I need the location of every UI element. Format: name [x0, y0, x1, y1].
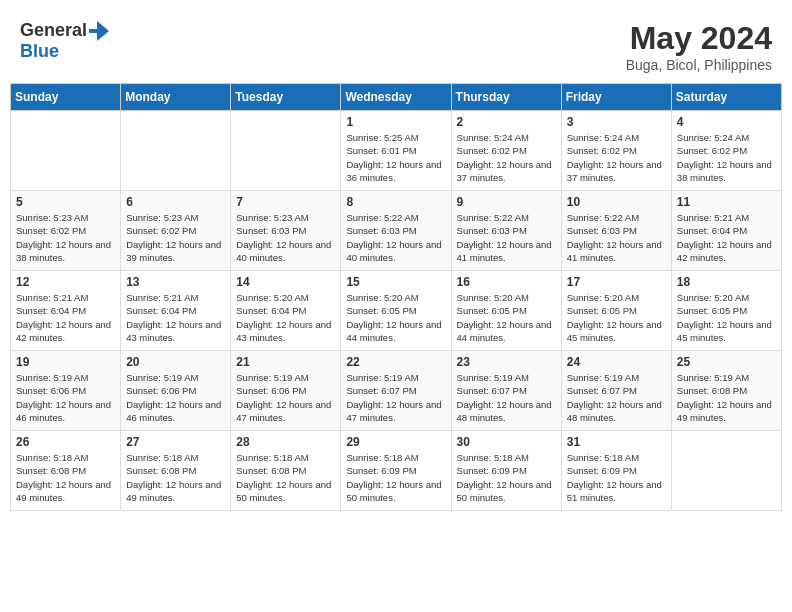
calendar-week-row: 19 Sunrise: 5:19 AM Sunset: 6:06 PM Dayl… — [11, 351, 782, 431]
weekday-header: Monday — [121, 84, 231, 111]
day-info: Sunrise: 5:23 AM Sunset: 6:03 PM Dayligh… — [236, 211, 335, 264]
calendar-cell: 12 Sunrise: 5:21 AM Sunset: 6:04 PM Dayl… — [11, 271, 121, 351]
day-number: 27 — [126, 435, 225, 449]
day-number: 5 — [16, 195, 115, 209]
day-number: 1 — [346, 115, 445, 129]
day-number: 30 — [457, 435, 556, 449]
calendar-cell: 4 Sunrise: 5:24 AM Sunset: 6:02 PM Dayli… — [671, 111, 781, 191]
location-subtitle: Buga, Bicol, Philippines — [626, 57, 772, 73]
month-year-title: May 2024 — [626, 20, 772, 57]
day-info: Sunrise: 5:19 AM Sunset: 6:08 PM Dayligh… — [677, 371, 776, 424]
calendar-cell: 2 Sunrise: 5:24 AM Sunset: 6:02 PM Dayli… — [451, 111, 561, 191]
day-info: Sunrise: 5:23 AM Sunset: 6:02 PM Dayligh… — [16, 211, 115, 264]
day-info: Sunrise: 5:21 AM Sunset: 6:04 PM Dayligh… — [16, 291, 115, 344]
calendar-week-row: 26 Sunrise: 5:18 AM Sunset: 6:08 PM Dayl… — [11, 431, 782, 511]
calendar-cell: 3 Sunrise: 5:24 AM Sunset: 6:02 PM Dayli… — [561, 111, 671, 191]
calendar-table: SundayMondayTuesdayWednesdayThursdayFrid… — [10, 83, 782, 511]
calendar-cell: 31 Sunrise: 5:18 AM Sunset: 6:09 PM Dayl… — [561, 431, 671, 511]
day-number: 24 — [567, 355, 666, 369]
calendar-week-row: 12 Sunrise: 5:21 AM Sunset: 6:04 PM Dayl… — [11, 271, 782, 351]
calendar-cell: 13 Sunrise: 5:21 AM Sunset: 6:04 PM Dayl… — [121, 271, 231, 351]
day-info: Sunrise: 5:19 AM Sunset: 6:07 PM Dayligh… — [346, 371, 445, 424]
calendar-cell: 8 Sunrise: 5:22 AM Sunset: 6:03 PM Dayli… — [341, 191, 451, 271]
day-number: 26 — [16, 435, 115, 449]
calendar-week-row: 1 Sunrise: 5:25 AM Sunset: 6:01 PM Dayli… — [11, 111, 782, 191]
calendar-cell: 16 Sunrise: 5:20 AM Sunset: 6:05 PM Dayl… — [451, 271, 561, 351]
calendar-cell — [231, 111, 341, 191]
day-info: Sunrise: 5:21 AM Sunset: 6:04 PM Dayligh… — [677, 211, 776, 264]
logo-blue-text: Blue — [20, 41, 59, 62]
day-number: 15 — [346, 275, 445, 289]
day-number: 20 — [126, 355, 225, 369]
day-info: Sunrise: 5:18 AM Sunset: 6:08 PM Dayligh… — [236, 451, 335, 504]
calendar-cell: 30 Sunrise: 5:18 AM Sunset: 6:09 PM Dayl… — [451, 431, 561, 511]
day-info: Sunrise: 5:24 AM Sunset: 6:02 PM Dayligh… — [457, 131, 556, 184]
calendar-cell: 24 Sunrise: 5:19 AM Sunset: 6:07 PM Dayl… — [561, 351, 671, 431]
calendar-cell: 5 Sunrise: 5:23 AM Sunset: 6:02 PM Dayli… — [11, 191, 121, 271]
day-number: 23 — [457, 355, 556, 369]
calendar-cell: 29 Sunrise: 5:18 AM Sunset: 6:09 PM Dayl… — [341, 431, 451, 511]
day-info: Sunrise: 5:22 AM Sunset: 6:03 PM Dayligh… — [457, 211, 556, 264]
day-number: 28 — [236, 435, 335, 449]
calendar-cell: 20 Sunrise: 5:19 AM Sunset: 6:06 PM Dayl… — [121, 351, 231, 431]
calendar-cell — [121, 111, 231, 191]
logo-general-text: General — [20, 20, 87, 41]
day-info: Sunrise: 5:18 AM Sunset: 6:09 PM Dayligh… — [346, 451, 445, 504]
day-number: 6 — [126, 195, 225, 209]
day-number: 10 — [567, 195, 666, 209]
calendar-cell: 19 Sunrise: 5:19 AM Sunset: 6:06 PM Dayl… — [11, 351, 121, 431]
calendar-cell: 6 Sunrise: 5:23 AM Sunset: 6:02 PM Dayli… — [121, 191, 231, 271]
calendar-cell: 18 Sunrise: 5:20 AM Sunset: 6:05 PM Dayl… — [671, 271, 781, 351]
logo: General Blue — [20, 20, 109, 62]
calendar-cell: 1 Sunrise: 5:25 AM Sunset: 6:01 PM Dayli… — [341, 111, 451, 191]
weekday-header: Saturday — [671, 84, 781, 111]
day-number: 17 — [567, 275, 666, 289]
calendar-cell: 14 Sunrise: 5:20 AM Sunset: 6:04 PM Dayl… — [231, 271, 341, 351]
day-info: Sunrise: 5:23 AM Sunset: 6:02 PM Dayligh… — [126, 211, 225, 264]
day-number: 9 — [457, 195, 556, 209]
day-number: 19 — [16, 355, 115, 369]
day-number: 25 — [677, 355, 776, 369]
calendar-cell: 23 Sunrise: 5:19 AM Sunset: 6:07 PM Dayl… — [451, 351, 561, 431]
day-info: Sunrise: 5:18 AM Sunset: 6:08 PM Dayligh… — [16, 451, 115, 504]
calendar-cell: 21 Sunrise: 5:19 AM Sunset: 6:06 PM Dayl… — [231, 351, 341, 431]
calendar-cell: 7 Sunrise: 5:23 AM Sunset: 6:03 PM Dayli… — [231, 191, 341, 271]
day-number: 12 — [16, 275, 115, 289]
day-info: Sunrise: 5:21 AM Sunset: 6:04 PM Dayligh… — [126, 291, 225, 344]
weekday-header: Friday — [561, 84, 671, 111]
calendar-week-row: 5 Sunrise: 5:23 AM Sunset: 6:02 PM Dayli… — [11, 191, 782, 271]
day-number: 8 — [346, 195, 445, 209]
calendar-cell: 11 Sunrise: 5:21 AM Sunset: 6:04 PM Dayl… — [671, 191, 781, 271]
day-info: Sunrise: 5:24 AM Sunset: 6:02 PM Dayligh… — [567, 131, 666, 184]
day-info: Sunrise: 5:19 AM Sunset: 6:07 PM Dayligh… — [567, 371, 666, 424]
calendar-cell: 10 Sunrise: 5:22 AM Sunset: 6:03 PM Dayl… — [561, 191, 671, 271]
calendar-cell: 26 Sunrise: 5:18 AM Sunset: 6:08 PM Dayl… — [11, 431, 121, 511]
day-info: Sunrise: 5:22 AM Sunset: 6:03 PM Dayligh… — [346, 211, 445, 264]
day-number: 13 — [126, 275, 225, 289]
calendar-cell: 28 Sunrise: 5:18 AM Sunset: 6:08 PM Dayl… — [231, 431, 341, 511]
weekday-header: Sunday — [11, 84, 121, 111]
day-number: 29 — [346, 435, 445, 449]
weekday-header: Thursday — [451, 84, 561, 111]
day-info: Sunrise: 5:20 AM Sunset: 6:05 PM Dayligh… — [457, 291, 556, 344]
day-number: 21 — [236, 355, 335, 369]
calendar-cell: 15 Sunrise: 5:20 AM Sunset: 6:05 PM Dayl… — [341, 271, 451, 351]
day-info: Sunrise: 5:19 AM Sunset: 6:07 PM Dayligh… — [457, 371, 556, 424]
day-info: Sunrise: 5:19 AM Sunset: 6:06 PM Dayligh… — [236, 371, 335, 424]
day-info: Sunrise: 5:22 AM Sunset: 6:03 PM Dayligh… — [567, 211, 666, 264]
calendar-cell: 22 Sunrise: 5:19 AM Sunset: 6:07 PM Dayl… — [341, 351, 451, 431]
day-number: 3 — [567, 115, 666, 129]
day-info: Sunrise: 5:20 AM Sunset: 6:05 PM Dayligh… — [677, 291, 776, 344]
day-number: 31 — [567, 435, 666, 449]
day-info: Sunrise: 5:18 AM Sunset: 6:09 PM Dayligh… — [457, 451, 556, 504]
svg-marker-0 — [89, 21, 109, 41]
day-info: Sunrise: 5:19 AM Sunset: 6:06 PM Dayligh… — [126, 371, 225, 424]
weekday-header: Wednesday — [341, 84, 451, 111]
day-info: Sunrise: 5:25 AM Sunset: 6:01 PM Dayligh… — [346, 131, 445, 184]
day-number: 18 — [677, 275, 776, 289]
day-number: 11 — [677, 195, 776, 209]
day-number: 16 — [457, 275, 556, 289]
day-info: Sunrise: 5:20 AM Sunset: 6:04 PM Dayligh… — [236, 291, 335, 344]
calendar-cell — [671, 431, 781, 511]
calendar-cell: 17 Sunrise: 5:20 AM Sunset: 6:05 PM Dayl… — [561, 271, 671, 351]
